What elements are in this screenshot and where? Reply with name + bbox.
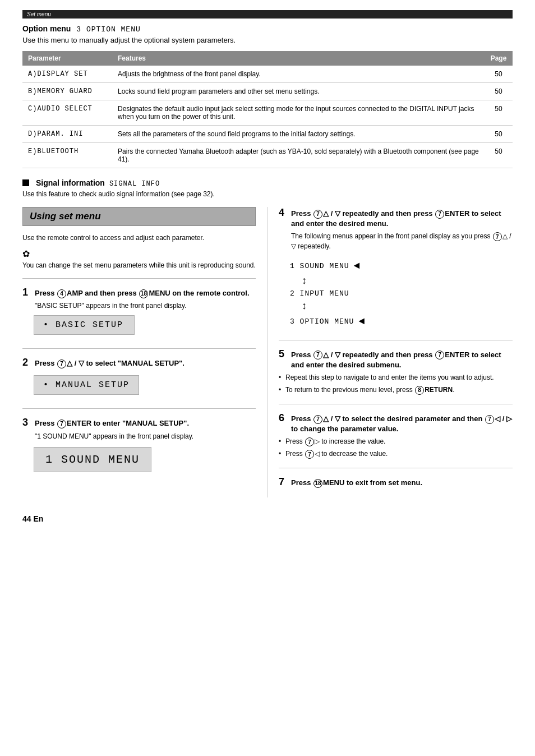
step-4: 4 Press 7△ / ▽ repeatedly and then press… <box>279 207 513 331</box>
step-6-bullet-2: Press 7◁ to decrease the value. <box>279 449 513 459</box>
param-table: Parameter Features Page A)DISPLAY SET Ad… <box>22 51 513 168</box>
page-cell: 50 <box>485 66 513 83</box>
step-divider-5 <box>279 404 513 404</box>
banner-text: Using set menu <box>30 211 101 222</box>
circle-18: 18 <box>139 289 148 298</box>
step-1-desc: "BASIC SETUP" appears in the front panel… <box>35 301 256 311</box>
step-6-bullet-1: Press 7▷ to increase the value. <box>279 436 513 446</box>
tip-icon: ✿ <box>22 248 256 259</box>
lcd-sound-menu: 1 SOUND MENU <box>34 447 151 472</box>
table-row: E)BLUETOOTH Pairs the connected Yamaha B… <box>22 143 513 168</box>
features-cell: Locks sound field program parameters and… <box>112 83 485 100</box>
signal-info-desc: Use this feature to check audio signal i… <box>22 190 513 198</box>
param-cell: E)BLUETOOTH <box>22 143 112 168</box>
circle-7j: 7 <box>305 437 314 446</box>
step-divider-2 <box>22 348 256 349</box>
diagram-arrow-2: ◄ <box>358 312 365 330</box>
step-2-number: 2 <box>22 357 31 368</box>
features-cell: Adjusts the brightness of the front pane… <box>112 66 485 83</box>
param-cell: A)DISPLAY SET <box>22 66 112 83</box>
diagram-arrow-down-1: ↕ <box>301 275 501 288</box>
page-number: 44 <box>22 514 31 523</box>
table-row: A)DISPLAY SET Adjusts the brightness of … <box>22 66 513 83</box>
diagram-input-menu: 2 INPUT MENU <box>290 287 349 300</box>
option-menu-desc: Use this menu to manually adjust the opt… <box>22 36 513 44</box>
step-5-bullet-2: To return to the previous menu level, pr… <box>279 385 513 395</box>
step-6-number: 6 <box>279 412 288 424</box>
features-cell: Sets all the parameters of the sound fie… <box>112 126 485 143</box>
circle-7b: 7 <box>57 420 66 428</box>
diagram-arrow-down-2: ↕ <box>301 301 501 313</box>
circle-7d: 7 <box>435 210 444 219</box>
signal-info-label: Signal information <box>36 178 105 187</box>
signal-info-mono: SIGNAL INFO <box>109 180 160 188</box>
param-cell: C)AUDIO SELECT <box>22 100 112 126</box>
circle-8: 8 <box>415 386 424 395</box>
step-7-text: Press 18MENU to exit from set menu. <box>291 478 422 488</box>
diagram-sound-menu: 1 SOUND MENU <box>290 260 349 273</box>
step-6-bullets: Press 7▷ to increase the value. Press 7◁… <box>279 436 513 459</box>
step-3: 3 Press 7ENTER to enter "MANUAL SETUP". … <box>22 417 256 477</box>
circle-18b: 18 <box>313 479 322 488</box>
page: Set menu Option menu 3 OPTION MENU Use t… <box>0 0 535 756</box>
page-cell: 50 <box>485 126 513 143</box>
signal-info-square-icon <box>22 179 29 186</box>
step-7: 7 Press 18MENU to exit from set menu. <box>279 476 513 488</box>
option-menu-heading: Option menu 3 OPTION MENU <box>22 24 513 34</box>
page-en: En <box>33 514 43 523</box>
step-2-text: Press 7△ / ▽ to select "MANUAL SETUP". <box>35 358 185 368</box>
circle-7g: 7 <box>435 351 444 359</box>
table-row: D)PARAM. INI Sets all the parameters of … <box>22 126 513 143</box>
option-menu-mono: 3 OPTION MENU <box>76 25 140 34</box>
step-3-desc: "1 SOUND MENU" appears in the front pane… <box>35 431 256 441</box>
circle-7c: 7 <box>313 210 322 219</box>
circle-7i: 7 <box>485 415 494 424</box>
step-4-header: 4 Press 7△ / ▽ repeatedly and then press… <box>279 207 513 229</box>
step-1: 1 Press 4AMP and then press 18MENU on th… <box>22 287 256 339</box>
circle-7h: 7 <box>313 415 322 424</box>
lcd-basic-setup: • BASIC SETUP <box>34 315 135 335</box>
param-cell: D)PARAM. INI <box>22 126 112 143</box>
param-cell: B)MEMORY GUARD <box>22 83 112 100</box>
step-7-number: 7 <box>279 476 288 488</box>
step-1-text: Press 4AMP and then press 18MENU on the … <box>35 288 250 298</box>
page-footer: 44 En <box>22 514 513 523</box>
step-2: 2 Press 7△ / ▽ to select "MANUAL SETUP".… <box>22 357 256 399</box>
col-parameter: Parameter <box>22 51 112 66</box>
page-cell: 50 <box>485 143 513 168</box>
step-5-text: Press 7△ / ▽ repeatedly and then press 7… <box>291 350 513 370</box>
step-1-number: 1 <box>22 287 31 298</box>
circle-7k: 7 <box>305 450 314 459</box>
step-3-header: 3 Press 7ENTER to enter "MANUAL SETUP". <box>22 417 256 428</box>
option-menu-label: Option menu <box>22 24 71 33</box>
step-4-desc: The following menus appear in the front … <box>291 231 513 251</box>
step-4-text: Press 7△ / ▽ repeatedly and then press 7… <box>291 209 513 229</box>
step-6-header: 6 Press 7△ / ▽ to select the desired par… <box>279 412 513 434</box>
lcd-manual-setup: • MANUAL SETUP <box>34 375 139 395</box>
table-row: C)AUDIO SELECT Designates the default au… <box>22 100 513 126</box>
step-6-text: Press 7△ / ▽ to select the desired param… <box>291 414 513 434</box>
step-2-header: 2 Press 7△ / ▽ to select "MANUAL SETUP". <box>22 357 256 368</box>
set-menu-banner: Using set menu <box>22 207 256 226</box>
step-1-header: 1 Press 4AMP and then press 18MENU on th… <box>22 287 256 298</box>
page-cell: 50 <box>485 83 513 100</box>
features-cell: Designates the default audio input jack … <box>112 100 485 126</box>
col-features: Features <box>112 51 485 66</box>
step-divider-1 <box>22 278 256 279</box>
col-left: Using set menu Use the remote control to… <box>22 207 268 497</box>
step-3-text: Press 7ENTER to enter "MANUAL SETUP". <box>35 418 189 428</box>
top-bar-label: Set menu <box>27 11 51 17</box>
set-menu-intro: Use the remote control to access and adj… <box>22 233 256 243</box>
diagram-option-menu: 3 OPTION MENU <box>290 315 354 328</box>
step-5-bullets: Repeat this step to navigate to and ente… <box>279 372 513 395</box>
circle-7e: 7 <box>493 232 502 241</box>
step-7-header: 7 Press 18MENU to exit from set menu. <box>279 476 513 488</box>
step-5-bullet-1: Repeat this step to navigate to and ente… <box>279 372 513 382</box>
signal-info-heading: Signal information SIGNAL INFO <box>22 178 513 188</box>
col-page: Page <box>485 51 513 66</box>
features-cell: Pairs the connected Yamaha Bluetooth ada… <box>112 143 485 168</box>
step-5-number: 5 <box>279 348 288 360</box>
circle-7a: 7 <box>57 359 66 368</box>
page-cell: 50 <box>485 100 513 126</box>
step-divider-4 <box>279 340 513 340</box>
